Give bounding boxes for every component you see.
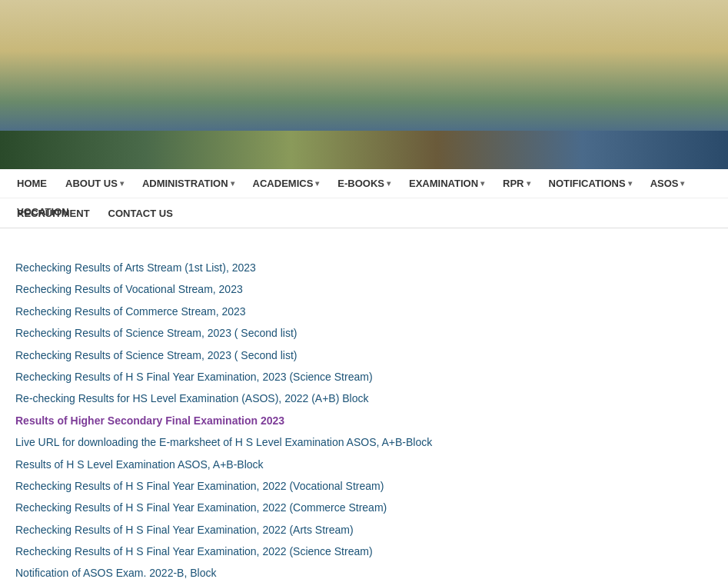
- result-link-result-13[interactable]: Rechecking Results of H S Final Year Exa…: [15, 524, 354, 536]
- result-link-result-8[interactable]: Results of Higher Secondary Final Examin…: [15, 414, 284, 427]
- result-link-result-7[interactable]: Re-checking Results for HS Level Examina…: [15, 392, 368, 404]
- nav-item-academics[interactable]: ACADEMICS ▾: [244, 169, 329, 198]
- nav-item-examination[interactable]: EXAMINATION ▾: [400, 169, 494, 198]
- result-item-result-10: Results of H S Level Examination ASOS, A…: [15, 456, 713, 473]
- result-item-result-2: Rechecking Results of Vocational Stream,…: [15, 281, 713, 298]
- result-link-result-1[interactable]: Rechecking Results of Arts Stream (1st L…: [15, 261, 256, 274]
- nav-item-rpr[interactable]: RPR ▾: [494, 169, 539, 198]
- nav-row-2: RECRUITMENTCONTACT US: [0, 198, 728, 228]
- main-content: Rechecking Results of Arts Stream (1st L…: [0, 228, 728, 579]
- result-link-result-10[interactable]: Results of H S Level Examination ASOS, A…: [15, 458, 264, 471]
- dropdown-arrow-about-us: ▾: [120, 179, 124, 188]
- result-link-result-6[interactable]: Rechecking Results of H S Final Year Exa…: [15, 371, 373, 383]
- nav-item-contact-us[interactable]: CONTACT US: [99, 198, 182, 228]
- nav-row-1: HOMEABOUT US ▾ADMINISTRATION ▾ACADEMICS …: [0, 169, 728, 198]
- nav-item-about-us[interactable]: ABOUT US ▾: [56, 169, 133, 198]
- result-item-result-1: Rechecking Results of Arts Stream (1st L…: [15, 259, 713, 276]
- result-link-result-15[interactable]: Notification of ASOS Exam. 2022-B, Block: [15, 567, 216, 579]
- dropdown-arrow-rpr: ▾: [527, 179, 530, 188]
- dropdown-arrow-academics: ▾: [315, 179, 319, 188]
- result-link-result-2[interactable]: Rechecking Results of Vocational Stream,…: [15, 283, 243, 295]
- results-list: Rechecking Results of Arts Stream (1st L…: [15, 259, 713, 579]
- result-item-result-14: Rechecking Results of H S Final Year Exa…: [15, 543, 713, 560]
- result-item-result-13: Rechecking Results of H S Final Year Exa…: [15, 521, 713, 538]
- result-item-result-12: Rechecking Results of H S Final Year Exa…: [15, 499, 713, 516]
- dropdown-arrow-administration: ▾: [231, 179, 234, 188]
- result-link-result-12[interactable]: Rechecking Results of H S Final Year Exa…: [15, 501, 387, 514]
- result-link-result-14[interactable]: Rechecking Results of H S Final Year Exa…: [15, 545, 373, 557]
- result-item-result-6: Rechecking Results of H S Final Year Exa…: [15, 368, 713, 385]
- nav-item-administration[interactable]: ADMINISTRATION ▾: [133, 169, 244, 198]
- nav-item-notifications[interactable]: NOTIFICATIONS ▾: [540, 169, 641, 198]
- result-item-result-8: Results of Higher Secondary Final Examin…: [15, 412, 713, 429]
- dropdown-arrow-examination: ▾: [480, 179, 484, 188]
- result-item-result-7: Re-checking Results for HS Level Examina…: [15, 390, 713, 407]
- result-item-result-9: Live URL for downloading the E-marksheet…: [15, 434, 713, 451]
- result-item-result-11: Rechecking Results of H S Final Year Exa…: [15, 478, 713, 494]
- nav-item-e-books[interactable]: E-BOOKS ▾: [328, 169, 400, 198]
- result-link-result-9[interactable]: Live URL for downloading the E-marksheet…: [15, 436, 432, 448]
- dropdown-arrow-notifications: ▾: [628, 179, 632, 188]
- result-link-result-5[interactable]: Rechecking Results of Science Stream, 20…: [15, 349, 298, 361]
- navbar: HOMEABOUT US ▾ADMINISTRATION ▾ACADEMICS …: [0, 169, 728, 228]
- nav-item-recruitment[interactable]: RECRUITMENT: [8, 198, 99, 228]
- result-link-result-11[interactable]: Rechecking Results of H S Final Year Exa…: [15, 480, 384, 492]
- dropdown-arrow-asos: ▾: [680, 179, 684, 188]
- nav-item-home[interactable]: HOME: [8, 169, 56, 198]
- result-item-result-15: Notification of ASOS Exam. 2022-B, Block: [15, 564, 713, 579]
- header-banner: [0, 0, 728, 169]
- result-link-result-3[interactable]: Rechecking Results of Commerce Stream, 2…: [15, 305, 246, 318]
- nav-item-asos[interactable]: ASOS ▾: [641, 169, 694, 198]
- result-item-result-4: Rechecking Results of Science Stream, 20…: [15, 324, 713, 341]
- dropdown-arrow-e-books: ▾: [387, 179, 391, 188]
- result-item-result-5: Rechecking Results of Science Stream, 20…: [15, 347, 713, 364]
- result-link-result-4[interactable]: Rechecking Results of Science Stream, 20…: [15, 327, 298, 339]
- result-item-result-3: Rechecking Results of Commerce Stream, 2…: [15, 303, 713, 320]
